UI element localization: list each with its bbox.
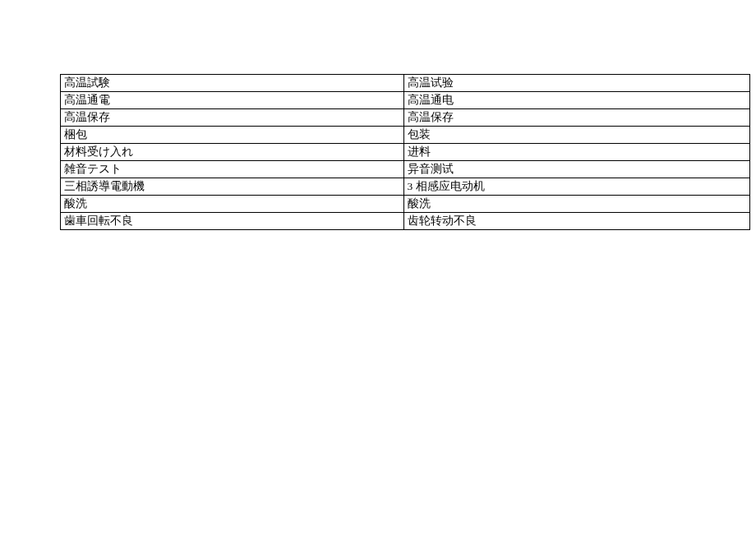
glossary-table-container: 高温試験 高温试验 高温通電 高温通电 高温保存 高温保存 梱包 包装 材料受け…: [60, 74, 750, 230]
jp-cell: 材料受け入れ: [61, 144, 404, 161]
cn-cell: 包装: [403, 127, 750, 144]
cn-cell: 高温试验: [403, 75, 750, 92]
jp-cell: 歯車回転不良: [61, 213, 404, 230]
table-row: 梱包 包装: [61, 127, 750, 144]
cn-cell: 高温保存: [403, 109, 750, 127]
table-row: 材料受け入れ 进料: [61, 144, 750, 161]
jp-cell: 三相誘導電動機: [61, 178, 404, 196]
cn-cell: 异音测试: [403, 161, 750, 178]
jp-cell: 高温通電: [61, 92, 404, 109]
cn-cell: 齿轮转动不良: [403, 213, 750, 230]
table-row: 高温保存 高温保存: [61, 109, 750, 127]
jp-cell: 酸洗: [61, 196, 404, 213]
jp-cell: 高温保存: [61, 109, 404, 127]
table-row: 三相誘導電動機 3 相感应电动机: [61, 178, 750, 196]
table-row: 酸洗 酸洗: [61, 196, 750, 213]
glossary-table: 高温試験 高温试验 高温通電 高温通电 高温保存 高温保存 梱包 包装 材料受け…: [60, 74, 750, 230]
jp-cell: 梱包: [61, 127, 404, 144]
cn-cell: 进料: [403, 144, 750, 161]
jp-cell: 高温試験: [61, 75, 404, 92]
table-row: 雑音テスト 异音测试: [61, 161, 750, 178]
cn-cell: 高温通电: [403, 92, 750, 109]
cn-cell: 3 相感应电动机: [403, 178, 750, 196]
table-row: 歯車回転不良 齿轮转动不良: [61, 213, 750, 230]
cn-cell: 酸洗: [403, 196, 750, 213]
jp-cell: 雑音テスト: [61, 161, 404, 178]
table-row: 高温通電 高温通电: [61, 92, 750, 109]
table-row: 高温試験 高温试验: [61, 75, 750, 92]
